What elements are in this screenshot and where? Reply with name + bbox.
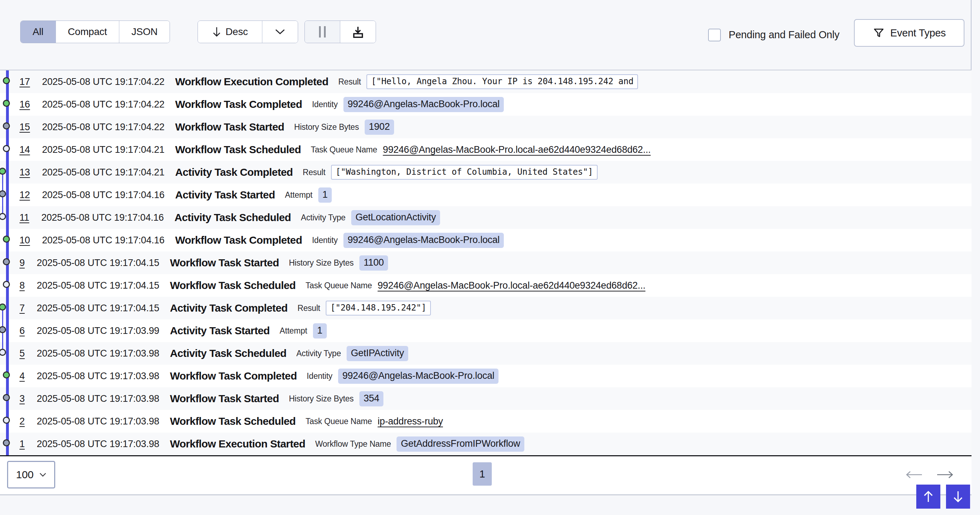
arrow-up-icon (923, 490, 934, 503)
event-status-dot (3, 100, 10, 107)
event-id-link[interactable]: 16 (19, 99, 30, 110)
event-row[interactable]: 16 2025-05-08 UTC 19:17:04.22 Workflow T… (0, 93, 972, 116)
event-timestamp: 2025-05-08 UTC 19:17:04.22 (42, 76, 165, 87)
event-detail-label: Identity (312, 236, 338, 245)
page-size-select[interactable]: 100 (7, 461, 55, 488)
event-row[interactable]: 2 2025-05-08 UTC 19:17:03.98 Workflow Ta… (0, 410, 972, 433)
event-status-dot (0, 303, 6, 311)
event-id-link[interactable]: 1 (19, 439, 25, 450)
event-name: Activity Task Started (175, 189, 275, 201)
event-timestamp: 2025-05-08 UTC 19:17:03.98 (37, 348, 159, 359)
event-name: Workflow Task Completed (175, 234, 302, 246)
event-id-link[interactable]: 8 (19, 280, 25, 291)
event-status-dot (3, 236, 10, 242)
event-status-dot (0, 326, 6, 333)
pending-failed-toggle[interactable]: Pending and Failed Only (708, 0, 840, 70)
event-detail-label: Identity (307, 371, 332, 381)
event-row[interactable]: 7 2025-05-08 UTC 19:17:04.15 Activity Ta… (0, 297, 972, 319)
event-name: Workflow Execution Completed (175, 76, 329, 88)
event-detail-label: Activity Type (301, 213, 345, 222)
event-detail-value[interactable]: 99246@Angelas-MacBook-Pro.local-ae62d440… (383, 144, 651, 155)
event-id-link[interactable]: 15 (19, 122, 30, 133)
view-tab-json[interactable]: JSON (119, 21, 170, 43)
event-detail-value: GetLocationActivity (351, 210, 440, 225)
event-id-link[interactable]: 7 (19, 303, 25, 314)
event-status-dot (3, 77, 10, 84)
event-id-link[interactable]: 5 (19, 348, 25, 359)
sort-desc-button[interactable]: Desc (198, 21, 262, 43)
event-row[interactable]: 15 2025-05-08 UTC 19:17:04.22 Workflow T… (0, 116, 972, 138)
event-timestamp: 2025-05-08 UTC 19:17:03.98 (37, 439, 159, 450)
event-timestamp: 2025-05-08 UTC 19:17:04.15 (37, 258, 159, 268)
event-detail-label: Attempt (285, 190, 313, 200)
event-name: Workflow Task Started (170, 257, 279, 269)
event-detail-value[interactable]: ip-address-ruby (378, 416, 443, 427)
download-button[interactable] (340, 21, 375, 43)
scroll-to-bottom-button[interactable] (946, 485, 970, 509)
event-name: Activity Task Scheduled (170, 347, 286, 360)
event-id-link[interactable]: 17 (19, 76, 30, 87)
event-detail-label: Result (338, 77, 361, 87)
pagination-bar: 100 1 (0, 456, 972, 494)
event-status-dot (0, 190, 6, 197)
event-row[interactable]: 9 2025-05-08 UTC 19:17:04.15 Workflow Ta… (0, 252, 972, 274)
event-detail-value: 1100 (360, 255, 388, 271)
view-tab-compact[interactable]: Compact (56, 21, 120, 43)
event-row[interactable]: 11 2025-05-08 UTC 19:17:04.16 Activity T… (0, 206, 972, 229)
event-id-link[interactable]: 10 (19, 235, 30, 246)
event-id-link[interactable]: 12 (19, 190, 30, 201)
event-status-dot (3, 439, 10, 446)
event-status-dot (3, 122, 10, 130)
event-id-link[interactable]: 13 (19, 167, 30, 178)
event-timestamp: 2025-05-08 UTC 19:17:04.21 (42, 144, 165, 155)
event-row[interactable]: 17 2025-05-08 UTC 19:17:04.22 Workflow E… (0, 70, 972, 93)
current-page-button[interactable]: 1 (473, 462, 492, 486)
event-row[interactable]: 14 2025-05-08 UTC 19:17:04.21 Workflow T… (0, 138, 972, 161)
event-detail-value: 99246@Angelas-MacBook-Pro.local (344, 97, 504, 112)
event-id-link[interactable]: 2 (19, 416, 25, 427)
event-status-dot (3, 417, 10, 424)
event-row[interactable]: 4 2025-05-08 UTC 19:17:03.98 Workflow Ta… (0, 364, 972, 387)
event-id-link[interactable]: 4 (19, 371, 25, 382)
next-page-button[interactable] (935, 465, 955, 485)
event-status-dot (3, 145, 10, 152)
view-tab-all[interactable]: All (21, 21, 56, 43)
event-id-link[interactable]: 11 (19, 212, 29, 223)
sort-menu-button[interactable] (262, 21, 298, 43)
event-timestamp: 2025-05-08 UTC 19:17:03.98 (37, 371, 159, 382)
feed-control-group (304, 21, 376, 43)
event-id-link[interactable]: 14 (19, 144, 30, 155)
event-detail-value: 99246@Angelas-MacBook-Pro.local (338, 369, 498, 384)
event-row[interactable]: 8 2025-05-08 UTC 19:17:04.15 Workflow Ta… (0, 274, 972, 297)
event-id-link[interactable]: 3 (19, 393, 25, 404)
previous-page-button[interactable] (904, 465, 924, 485)
event-id-link[interactable]: 9 (19, 258, 25, 268)
event-row[interactable]: 1 2025-05-08 UTC 19:17:03.98 Workflow Ex… (0, 433, 972, 455)
event-timestamp: 2025-05-08 UTC 19:17:04.15 (37, 303, 159, 314)
event-name: Activity Task Scheduled (175, 212, 291, 223)
event-row[interactable]: 12 2025-05-08 UTC 19:17:04.16 Activity T… (0, 184, 972, 206)
event-timestamp: 2025-05-08 UTC 19:17:04.16 (42, 190, 165, 201)
pause-button[interactable] (305, 21, 340, 43)
event-row[interactable]: 3 2025-05-08 UTC 19:17:03.98 Workflow Ta… (0, 387, 972, 410)
event-detail-label: Identity (312, 100, 338, 109)
event-detail-label: History Size Bytes (289, 394, 354, 404)
event-name: Workflow Task Scheduled (175, 144, 301, 155)
event-detail-value[interactable]: 99246@Angelas-MacBook-Pro.local-ae62d440… (378, 280, 646, 291)
event-row[interactable]: 13 2025-05-08 UTC 19:17:04.21 Activity T… (0, 161, 972, 184)
event-status-dot (0, 168, 6, 175)
event-id-link[interactable]: 6 (19, 325, 25, 336)
event-row[interactable]: 5 2025-05-08 UTC 19:17:03.98 Activity Ta… (0, 342, 972, 364)
event-detail-value: ["Hello, Angela Zhou. Your IP is 204.148… (366, 74, 638, 89)
event-name: Workflow Task Scheduled (170, 279, 296, 292)
chevron-down-icon (275, 29, 285, 35)
event-row[interactable]: 10 2025-05-08 UTC 19:17:04.16 Workflow T… (0, 229, 972, 252)
event-timestamp: 2025-05-08 UTC 19:17:03.99 (37, 325, 159, 336)
pending-failed-checkbox[interactable] (708, 29, 721, 41)
event-status-dot (3, 281, 10, 288)
event-types-filter-button[interactable]: Event Types (854, 19, 964, 47)
scroll-to-top-button[interactable] (916, 485, 940, 509)
event-timestamp: 2025-05-08 UTC 19:17:04.22 (42, 99, 165, 110)
event-detail-label: Task Queue Name (311, 145, 377, 155)
event-row[interactable]: 6 2025-05-08 UTC 19:17:03.99 Activity Ta… (0, 319, 972, 342)
